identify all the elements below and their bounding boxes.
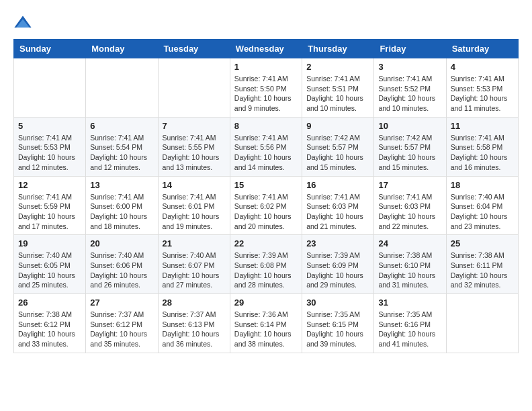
calendar-cell	[158, 58, 230, 118]
day-number: 5	[18, 121, 81, 131]
day-number: 28	[163, 298, 226, 308]
day-number: 22	[234, 238, 298, 248]
calendar-table: SundayMondayTuesdayWednesdayThursdayFrid…	[13, 39, 519, 353]
week-row-5: 26Sunrise: 7:38 AM Sunset: 6:12 PM Dayli…	[14, 294, 519, 353]
day-info: Sunrise: 7:41 AM Sunset: 5:50 PM Dayligh…	[234, 74, 298, 113]
calendar-cell: 30Sunrise: 7:35 AM Sunset: 6:15 PM Dayli…	[302, 294, 374, 353]
calendar-cell: 13Sunrise: 7:41 AM Sunset: 6:00 PM Dayli…	[86, 176, 158, 235]
calendar-cell: 29Sunrise: 7:36 AM Sunset: 6:14 PM Dayli…	[230, 294, 302, 353]
calendar-cell: 17Sunrise: 7:41 AM Sunset: 6:03 PM Dayli…	[374, 176, 446, 235]
calendar-cell	[86, 58, 158, 118]
weekday-header-wednesday: Wednesday	[230, 40, 302, 58]
day-number: 30	[306, 298, 369, 308]
calendar-cell: 15Sunrise: 7:41 AM Sunset: 6:02 PM Dayli…	[230, 176, 302, 235]
day-number: 15	[234, 180, 298, 190]
calendar-cell: 5Sunrise: 7:41 AM Sunset: 5:53 PM Daylig…	[14, 117, 86, 176]
day-number: 18	[451, 180, 514, 190]
day-info: Sunrise: 7:40 AM Sunset: 6:06 PM Dayligh…	[90, 250, 153, 290]
calendar-cell: 4Sunrise: 7:41 AM Sunset: 5:53 PM Daylig…	[446, 58, 518, 118]
day-info: Sunrise: 7:41 AM Sunset: 5:52 PM Dayligh…	[378, 74, 441, 113]
week-row-1: 1Sunrise: 7:41 AM Sunset: 5:50 PM Daylig…	[14, 58, 519, 118]
day-info: Sunrise: 7:36 AM Sunset: 6:14 PM Dayligh…	[234, 310, 298, 349]
day-number: 27	[90, 298, 153, 308]
calendar-cell: 19Sunrise: 7:40 AM Sunset: 6:05 PM Dayli…	[14, 235, 86, 294]
calendar-cell: 11Sunrise: 7:41 AM Sunset: 5:58 PM Dayli…	[446, 117, 518, 176]
day-info: Sunrise: 7:41 AM Sunset: 5:55 PM Dayligh…	[163, 133, 226, 173]
weekday-header-monday: Monday	[86, 40, 158, 58]
calendar-cell: 7Sunrise: 7:41 AM Sunset: 5:55 PM Daylig…	[158, 117, 230, 176]
day-number: 29	[234, 298, 298, 308]
calendar-cell: 9Sunrise: 7:42 AM Sunset: 5:57 PM Daylig…	[302, 117, 374, 176]
day-number: 13	[90, 180, 153, 190]
day-info: Sunrise: 7:41 AM Sunset: 5:59 PM Dayligh…	[18, 192, 81, 232]
day-number: 4	[451, 62, 514, 72]
day-number: 26	[18, 298, 81, 308]
calendar-cell: 27Sunrise: 7:37 AM Sunset: 6:12 PM Dayli…	[86, 294, 158, 353]
day-info: Sunrise: 7:38 AM Sunset: 6:11 PM Dayligh…	[451, 250, 514, 290]
calendar-cell: 24Sunrise: 7:38 AM Sunset: 6:10 PM Dayli…	[374, 235, 446, 294]
logo-icon	[13, 13, 32, 32]
day-number: 23	[306, 238, 369, 248]
day-number: 8	[234, 121, 298, 131]
day-number: 25	[451, 238, 514, 248]
day-info: Sunrise: 7:38 AM Sunset: 6:10 PM Dayligh…	[378, 250, 441, 290]
day-info: Sunrise: 7:37 AM Sunset: 6:13 PM Dayligh…	[163, 310, 226, 349]
week-row-2: 5Sunrise: 7:41 AM Sunset: 5:53 PM Daylig…	[14, 117, 519, 176]
calendar-cell: 22Sunrise: 7:39 AM Sunset: 6:08 PM Dayli…	[230, 235, 302, 294]
day-number: 3	[378, 62, 441, 72]
calendar-cell: 8Sunrise: 7:41 AM Sunset: 5:56 PM Daylig…	[230, 117, 302, 176]
day-number: 9	[306, 121, 369, 131]
calendar-cell: 3Sunrise: 7:41 AM Sunset: 5:52 PM Daylig…	[374, 58, 446, 118]
day-info: Sunrise: 7:41 AM Sunset: 5:51 PM Dayligh…	[306, 74, 369, 113]
day-info: Sunrise: 7:41 AM Sunset: 6:00 PM Dayligh…	[90, 192, 153, 232]
day-info: Sunrise: 7:40 AM Sunset: 6:04 PM Dayligh…	[451, 192, 514, 232]
day-info: Sunrise: 7:41 AM Sunset: 6:03 PM Dayligh…	[378, 192, 441, 232]
calendar-cell: 31Sunrise: 7:35 AM Sunset: 6:16 PM Dayli…	[374, 294, 446, 353]
day-number: 6	[90, 121, 153, 131]
calendar-cell: 23Sunrise: 7:39 AM Sunset: 6:09 PM Dayli…	[302, 235, 374, 294]
logo	[13, 13, 35, 32]
day-number: 19	[18, 238, 81, 248]
day-number: 16	[306, 180, 369, 190]
calendar-cell: 16Sunrise: 7:41 AM Sunset: 6:03 PM Dayli…	[302, 176, 374, 235]
day-info: Sunrise: 7:37 AM Sunset: 6:12 PM Dayligh…	[90, 310, 153, 349]
day-info: Sunrise: 7:41 AM Sunset: 6:01 PM Dayligh…	[163, 192, 226, 232]
day-info: Sunrise: 7:35 AM Sunset: 6:16 PM Dayligh…	[378, 310, 441, 349]
calendar-cell: 28Sunrise: 7:37 AM Sunset: 6:13 PM Dayli…	[158, 294, 230, 353]
day-info: Sunrise: 7:40 AM Sunset: 6:07 PM Dayligh…	[163, 250, 226, 290]
calendar-cell: 1Sunrise: 7:41 AM Sunset: 5:50 PM Daylig…	[230, 58, 302, 118]
day-number: 7	[163, 121, 226, 131]
calendar-cell	[14, 58, 86, 118]
calendar-cell	[446, 294, 518, 353]
day-number: 31	[378, 298, 441, 308]
weekday-header-tuesday: Tuesday	[158, 40, 230, 58]
calendar-cell: 26Sunrise: 7:38 AM Sunset: 6:12 PM Dayli…	[14, 294, 86, 353]
weekday-header-saturday: Saturday	[446, 40, 518, 58]
page-header	[13, 13, 519, 32]
day-info: Sunrise: 7:41 AM Sunset: 5:58 PM Dayligh…	[451, 133, 514, 173]
weekday-header-thursday: Thursday	[302, 40, 374, 58]
day-number: 20	[90, 238, 153, 248]
calendar-cell: 21Sunrise: 7:40 AM Sunset: 6:07 PM Dayli…	[158, 235, 230, 294]
day-number: 24	[378, 238, 441, 248]
calendar-cell: 18Sunrise: 7:40 AM Sunset: 6:04 PM Dayli…	[446, 176, 518, 235]
weekday-header-friday: Friday	[374, 40, 446, 58]
calendar-cell: 14Sunrise: 7:41 AM Sunset: 6:01 PM Dayli…	[158, 176, 230, 235]
calendar-cell: 2Sunrise: 7:41 AM Sunset: 5:51 PM Daylig…	[302, 58, 374, 118]
day-info: Sunrise: 7:40 AM Sunset: 6:05 PM Dayligh…	[18, 250, 81, 290]
day-info: Sunrise: 7:35 AM Sunset: 6:15 PM Dayligh…	[306, 310, 369, 349]
calendar-cell: 25Sunrise: 7:38 AM Sunset: 6:11 PM Dayli…	[446, 235, 518, 294]
day-number: 11	[451, 121, 514, 131]
weekday-header-sunday: Sunday	[14, 40, 86, 58]
day-info: Sunrise: 7:42 AM Sunset: 5:57 PM Dayligh…	[378, 133, 441, 173]
calendar-cell: 6Sunrise: 7:41 AM Sunset: 5:54 PM Daylig…	[86, 117, 158, 176]
calendar-cell: 20Sunrise: 7:40 AM Sunset: 6:06 PM Dayli…	[86, 235, 158, 294]
day-info: Sunrise: 7:41 AM Sunset: 5:56 PM Dayligh…	[234, 133, 298, 173]
day-number: 14	[163, 180, 226, 190]
day-info: Sunrise: 7:39 AM Sunset: 6:08 PM Dayligh…	[234, 250, 298, 290]
week-row-3: 12Sunrise: 7:41 AM Sunset: 5:59 PM Dayli…	[14, 176, 519, 235]
day-number: 21	[163, 238, 226, 248]
day-info: Sunrise: 7:41 AM Sunset: 5:53 PM Dayligh…	[451, 74, 514, 113]
day-info: Sunrise: 7:38 AM Sunset: 6:12 PM Dayligh…	[18, 310, 81, 349]
week-row-4: 19Sunrise: 7:40 AM Sunset: 6:05 PM Dayli…	[14, 235, 519, 294]
